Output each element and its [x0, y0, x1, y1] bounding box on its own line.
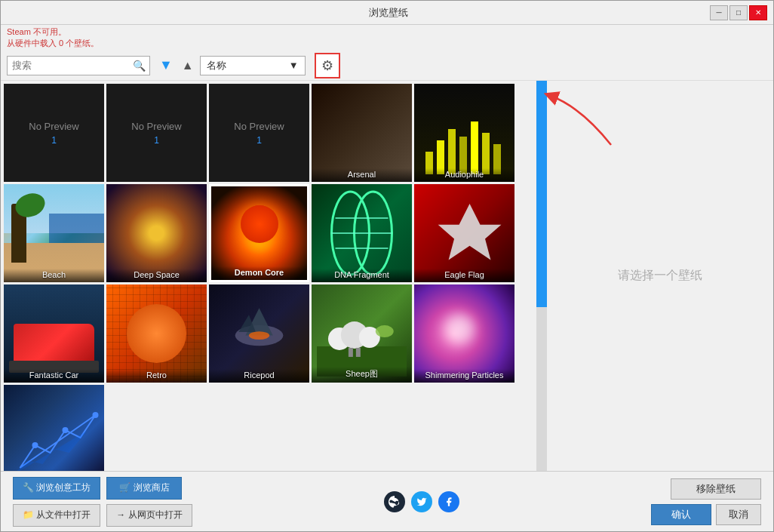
svg-rect-22 — [356, 347, 361, 356]
wallpaper-label: Demon Core — [211, 266, 307, 280]
wallpaper-label: Eagle Flag — [414, 269, 514, 282]
wallpaper-label: Retro — [106, 369, 207, 383]
steam-error-line1: Steam 不可用。 — [7, 26, 767, 38]
wallpaper-label: Ricepod — [209, 369, 309, 383]
remove-wallpaper-button[interactable]: 移除壁纸 — [671, 478, 761, 500]
wallpaper-label: DNA Fragment — [312, 269, 412, 282]
list-item[interactable]: Retro — [106, 284, 207, 383]
browse-shop-button[interactable]: 🛒 浏览商店 — [106, 477, 182, 500]
list-item[interactable]: Arsenal — [312, 84, 412, 182]
wallpaper-label: Shimmering Particles — [414, 369, 514, 383]
list-item[interactable]: No Preview 1 — [209, 84, 309, 182]
filter-icon[interactable]: ▼ — [156, 57, 176, 73]
main-content: No Preview 1 No Preview 1 No Preview 1 A… — [1, 81, 773, 471]
steam-error-bar: Steam 不可用。 从硬件中载入 0 个壁纸。 — [1, 25, 773, 51]
svg-marker-12 — [438, 204, 501, 260]
svg-rect-4 — [471, 121, 478, 174]
social-icons — [384, 491, 459, 512]
preview-placeholder-text: 请选择一个壁纸 — [618, 268, 702, 284]
list-item[interactable]: Audiophile — [414, 84, 514, 182]
list-item[interactable]: Techno — [4, 385, 104, 471]
sort-label: 名称 — [207, 59, 226, 72]
minimize-button[interactable]: ─ — [710, 5, 728, 20]
scrollbar-thumb[interactable] — [536, 81, 547, 307]
svg-point-25 — [32, 442, 38, 448]
restore-button[interactable]: □ — [729, 5, 748, 20]
list-item[interactable]: Fantastic Car — [4, 284, 104, 383]
wallpaper-label: Fantastic Car — [4, 369, 104, 383]
sort-dropdown[interactable]: 名称 ▼ — [200, 56, 306, 75]
list-item[interactable]: Demon Core — [209, 184, 309, 282]
wallpaper-label: Sheep图 — [312, 367, 412, 383]
wallpaper-label: Beach — [4, 269, 104, 282]
wallpaper-label: Audiophile — [414, 168, 514, 182]
svg-rect-21 — [349, 347, 353, 356]
search-icon[interactable]: 🔍 — [133, 60, 146, 72]
arrow-annotation — [536, 85, 626, 160]
confirm-cancel-row: 确认 取消 — [651, 504, 761, 525]
svg-rect-2 — [448, 129, 456, 174]
social-area — [192, 491, 651, 512]
sort-arrow-icon[interactable]: ▲ — [182, 59, 194, 72]
no-preview-label: No Preview — [29, 121, 78, 132]
no-preview-label: No Preview — [234, 121, 284, 132]
bottom-row-2: 📁 从文件中打开 → 从网页中打开 — [13, 504, 192, 527]
list-item[interactable]: No Preview 1 — [4, 84, 104, 182]
sort-dropdown-arrow-icon: ▼ — [289, 60, 299, 71]
bottom-bar: 🔧 浏览创意工坊 🛒 浏览商店 📁 从文件中打开 → 从网页中打开 — [1, 471, 773, 531]
wallpaper-grid-container: No Preview 1 No Preview 1 No Preview 1 A… — [1, 81, 536, 471]
wallpaper-label: Deep Space — [106, 269, 207, 282]
search-box: 🔍 — [7, 56, 150, 75]
preview-panel: 请选择一个壁纸 — [547, 81, 773, 471]
no-preview-num: 1 — [154, 135, 159, 146]
close-button[interactable]: ✕ — [749, 5, 767, 20]
list-item[interactable]: Sheep图 — [312, 284, 412, 383]
bottom-right-actions: 移除壁纸 确认 取消 — [651, 478, 761, 525]
browse-workshop-button[interactable]: 🔧 浏览创意工坊 — [13, 477, 100, 500]
no-preview-num: 1 — [256, 135, 262, 146]
list-item[interactable]: Eagle Flag — [414, 184, 514, 282]
list-item[interactable]: Shimmering Particles — [414, 284, 514, 383]
facebook-social-icon[interactable] — [438, 491, 459, 512]
svg-point-27 — [93, 412, 99, 418]
list-item[interactable]: Deep Space — [106, 184, 207, 282]
bottom-left-actions: 🔧 浏览创意工坊 🛒 浏览商店 📁 从文件中打开 → 从网页中打开 — [13, 477, 192, 527]
open-file-button[interactable]: 📁 从文件中打开 — [13, 504, 100, 527]
svg-point-16 — [249, 331, 269, 340]
svg-point-23 — [375, 325, 393, 337]
titlebar: 浏览壁纸 ─ □ ✕ — [1, 1, 773, 25]
settings-button[interactable]: ⚙ — [315, 53, 340, 78]
twitter-social-icon[interactable] — [411, 491, 432, 512]
cancel-button[interactable]: 取消 — [716, 504, 761, 525]
svg-marker-24 — [20, 415, 96, 468]
list-item[interactable]: Beach — [4, 184, 104, 282]
svg-point-26 — [63, 427, 69, 433]
confirm-button[interactable]: 确认 — [651, 504, 711, 525]
steam-social-icon[interactable] — [384, 491, 405, 512]
list-item[interactable]: DNA Fragment — [312, 184, 412, 282]
search-input[interactable] — [12, 60, 133, 71]
window-title: 浏览壁纸 — [67, 6, 710, 20]
toolbar: 🔍 ▼ ▲ 名称 ▼ ⚙ — [1, 51, 773, 81]
list-item[interactable]: No Preview 1 — [106, 84, 207, 182]
wallpaper-label: Arsenal — [312, 168, 412, 182]
list-item[interactable]: Ricepod — [209, 284, 309, 383]
steam-error-line2: 从硬件中载入 0 个壁纸。 — [7, 38, 767, 49]
no-preview-num: 1 — [51, 135, 57, 146]
scrollbar-track[interactable] — [536, 81, 547, 471]
wallpaper-grid: No Preview 1 No Preview 1 No Preview 1 A… — [1, 81, 536, 471]
main-window: 浏览壁纸 ─ □ ✕ Steam 不可用。 从硬件中载入 0 个壁纸。 🔍 ▼ … — [0, 0, 774, 532]
wallpaper-label: Techno — [4, 469, 104, 471]
window-controls: ─ □ ✕ — [710, 5, 767, 20]
bottom-row-1: 🔧 浏览创意工坊 🛒 浏览商店 — [13, 477, 192, 500]
open-web-button[interactable]: → 从网页中打开 — [106, 504, 192, 527]
no-preview-label: No Preview — [131, 121, 181, 132]
